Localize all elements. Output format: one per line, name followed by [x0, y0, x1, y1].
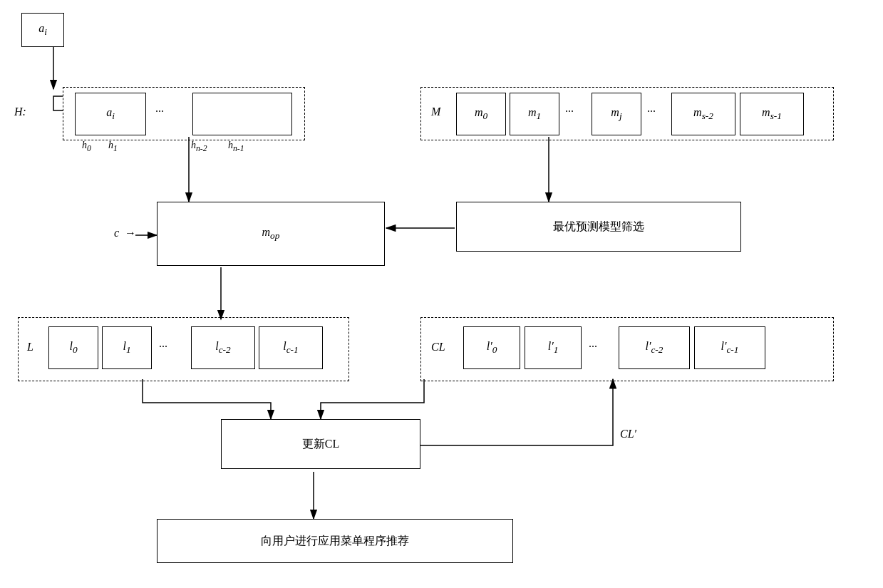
L-cell-c2: lc-2	[191, 326, 255, 369]
hn2-label: hn-2	[191, 140, 207, 153]
M-cell-s1: ms-1	[740, 93, 804, 135]
CL-cell-c2: l′c-2	[619, 326, 690, 369]
H-cell-last	[192, 93, 292, 135]
filter-label: 最优预测模型筛选	[553, 220, 644, 234]
CL-cell-c1: l′c-1	[694, 326, 765, 369]
M-cell-1: m1	[510, 93, 559, 135]
ai-label: ai	[38, 22, 47, 38]
c-label: c	[114, 227, 119, 239]
M-dots: ···	[565, 105, 574, 118]
M-cell-0: m0	[456, 93, 506, 135]
H-cell-ai: ai	[75, 93, 146, 135]
recommend-box: 向用户进行应用菜单程序推荐	[157, 519, 513, 563]
M-cell-j: mj	[592, 93, 641, 135]
CL-cell-0: l′0	[463, 326, 520, 369]
L-dots: ···	[159, 341, 167, 354]
L-cell-c1: lc-1	[259, 326, 323, 369]
ai-input-box: ai	[21, 13, 64, 47]
CLprime-label: CL′	[620, 428, 636, 440]
L-label: L	[27, 341, 33, 354]
update-label: 更新CL	[302, 437, 339, 452]
L-cell-0: l0	[48, 326, 98, 369]
H-dots1: ···	[155, 105, 164, 118]
filter-box: 最优预测模型筛选	[456, 202, 741, 252]
CL-dots: ···	[589, 341, 597, 354]
h0-label: h0	[82, 140, 91, 153]
CL-label: CL	[431, 341, 445, 354]
M-cell-s2: ms-2	[671, 93, 735, 135]
c-arrow: →	[125, 227, 136, 239]
update-box: 更新CL	[221, 419, 420, 469]
H-label: H:	[14, 105, 26, 118]
mop-box: mop	[157, 202, 385, 266]
M-dots2: ···	[647, 105, 656, 118]
hn1-label: hn-1	[228, 140, 244, 153]
diagram: ai H: ai ··· h0 h1 hn-2 hn-1 M m0 m1 ···	[0, 0, 883, 588]
CL-cell-1: l′1	[525, 326, 582, 369]
h1-label: h1	[108, 140, 118, 153]
H-cell-ai-label: ai	[106, 106, 115, 122]
recommend-label: 向用户进行应用菜单程序推荐	[261, 534, 409, 549]
mop-label: mop	[262, 226, 280, 242]
M-label: M	[431, 105, 440, 118]
L-cell-1: l1	[102, 326, 152, 369]
